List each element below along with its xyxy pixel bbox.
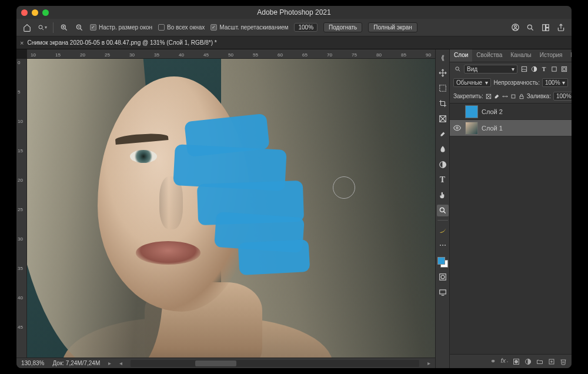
gradient-tool-icon[interactable] [437, 159, 449, 171]
lock-brush-icon[interactable] [494, 92, 500, 101]
resize-windows-checkbox[interactable]: ✓ Настр. размер окон [90, 24, 152, 31]
app-window: Adobe Photoshop 2021 ▾ ✓ Настр. размер о… [16, 6, 572, 368]
doc-status[interactable]: Док: 7,24M/7,24M [52, 360, 100, 366]
document-tab-bar: × Снимок экрана 2020-05-05 в 00.48.47.pn… [16, 36, 572, 49]
layer-thumbnail[interactable] [465, 122, 478, 135]
svg-line-31 [458, 70, 459, 71]
status-bar: 130,83% Док: 7,24M/7,24M ▸ ◂ ▸ [16, 358, 435, 368]
close-icon[interactable] [21, 9, 28, 16]
new-layer-icon[interactable] [548, 358, 555, 365]
fullscreen-button[interactable]: Полный экран [368, 22, 417, 32]
cloud-icon[interactable] [510, 23, 520, 32]
filter-smart-icon[interactable] [560, 65, 568, 74]
eyedropper-tool-icon[interactable] [437, 128, 449, 140]
opacity-input[interactable]: 100%▾ [542, 78, 568, 87]
zoom-out-icon[interactable] [75, 23, 84, 32]
link-layers-icon[interactable]: ⚭ [490, 358, 496, 365]
close-tab-icon[interactable]: × [20, 39, 24, 46]
delete-layer-icon[interactable] [560, 358, 567, 365]
layer-visibility-icon[interactable] [453, 124, 462, 132]
panel-tab-история[interactable]: История [536, 49, 567, 62]
home-icon[interactable] [22, 23, 32, 32]
zoom-value-input[interactable]: 100% [294, 23, 318, 32]
filter-search-icon[interactable] [453, 65, 462, 74]
lock-position-icon[interactable] [502, 92, 508, 101]
checkbox-icon: ✓ [90, 24, 96, 31]
scrubby-zoom-checkbox[interactable]: ✓ Масшт. перетаскиванием [211, 24, 288, 31]
layer-mask-icon[interactable] [513, 358, 520, 365]
quickmask-icon[interactable] [437, 271, 449, 283]
brush-cursor-icon [333, 176, 355, 199]
hand-tool-icon[interactable] [437, 189, 449, 201]
brush-tool-icon[interactable] [437, 143, 449, 155]
fill-input[interactable]: 100%▾ [553, 92, 572, 101]
brush-strokes [174, 112, 321, 259]
lock-artboard-icon[interactable] [510, 92, 516, 101]
svg-point-24 [440, 208, 444, 212]
minimize-icon[interactable] [32, 9, 38, 16]
ruler-tick: 85 [401, 52, 406, 58]
document-tab[interactable]: × Снимок экрана 2020-05-05 в 00.48.47.pn… [20, 39, 217, 46]
ruler-vertical[interactable]: 051015202530354045 [16, 59, 27, 358]
move-tool-icon[interactable] [437, 67, 449, 79]
layer-row[interactable]: Слой 2 [450, 103, 572, 120]
horizontal-scrollbar[interactable] [131, 360, 419, 367]
filter-shape-icon[interactable] [550, 65, 558, 74]
scroll-left-icon[interactable]: ◂ [119, 360, 122, 366]
panel-tab-свойства[interactable]: Свойства [472, 49, 506, 62]
panel-tab-каналы[interactable]: Каналы [506, 49, 536, 62]
crop-tool-icon[interactable] [437, 98, 449, 109]
canvas-area[interactable] [27, 59, 435, 358]
zoom-status[interactable]: 130,83% [21, 360, 44, 366]
blend-mode-select[interactable]: Обычные▾ [453, 78, 491, 87]
svg-line-8 [81, 28, 82, 30]
collapse-icon[interactable]: ⟪ [437, 52, 449, 64]
zoom-tool-icon[interactable] [437, 205, 449, 216]
ruler-horizontal[interactable]: 1015202530354045505560657075808590 [27, 49, 435, 59]
search-icon[interactable] [526, 23, 535, 32]
fx-icon[interactable]: fx˅ [500, 357, 508, 366]
type-tool-icon[interactable]: T [437, 174, 449, 186]
status-arrow-icon[interactable]: ▸ [108, 360, 111, 366]
filter-pixel-icon[interactable] [520, 65, 528, 74]
ruler-tick: 25 [18, 207, 23, 212]
window-controls [21, 9, 49, 16]
group-icon[interactable] [536, 358, 543, 365]
scrollbar-thumb[interactable] [195, 360, 236, 366]
layer-name[interactable]: Слой 1 [482, 125, 503, 132]
canvas[interactable] [27, 59, 435, 358]
frame-tool-icon[interactable] [437, 113, 449, 125]
checkbox-icon [158, 24, 165, 31]
edit-toolbar-icon[interactable]: ⋯ [437, 239, 449, 251]
filter-adjust-icon[interactable] [530, 65, 538, 74]
svg-rect-13 [543, 24, 546, 31]
share-icon[interactable] [556, 23, 566, 32]
layer-row[interactable]: Слой 1 [450, 120, 572, 136]
filter-type-icon[interactable]: T [540, 65, 548, 74]
fit-button[interactable]: Подогнать [323, 22, 362, 32]
lock-all-icon[interactable] [519, 92, 524, 101]
panel-tab-слои[interactable]: Слои [450, 49, 472, 62]
banana-icon[interactable] [437, 224, 449, 236]
layer-name[interactable]: Слой 2 [482, 108, 503, 115]
layer-thumbnail[interactable] [465, 105, 478, 118]
maximize-icon[interactable] [42, 9, 49, 16]
ruler-tick: 90 [426, 52, 431, 58]
zoom-in-icon[interactable] [59, 23, 69, 32]
marquee-tool-icon[interactable] [437, 82, 449, 94]
app-title: Adobe Photoshop 2021 [16, 8, 572, 16]
layer-filter-select[interactable]: Вид▾ [464, 65, 517, 74]
color-swatch[interactable] [437, 257, 448, 268]
lock-label: Закрепить: [453, 93, 483, 99]
all-windows-checkbox[interactable]: Во всех окнах [158, 24, 205, 31]
adjustment-layer-icon[interactable] [524, 358, 532, 365]
panel-tab-навигатор[interactable]: Навигатор [567, 49, 572, 62]
svg-point-10 [514, 25, 516, 28]
scroll-right-icon[interactable]: ▸ [427, 360, 430, 366]
screenmode-icon[interactable] [437, 286, 449, 298]
workspace-icon[interactable] [541, 23, 550, 32]
lock-pixels-icon[interactable] [486, 92, 492, 101]
zoom-tool-icon[interactable]: ▾ [38, 23, 47, 32]
fill-label: Заливка: [527, 93, 551, 99]
opacity-label: Непрозрачность: [493, 79, 540, 86]
